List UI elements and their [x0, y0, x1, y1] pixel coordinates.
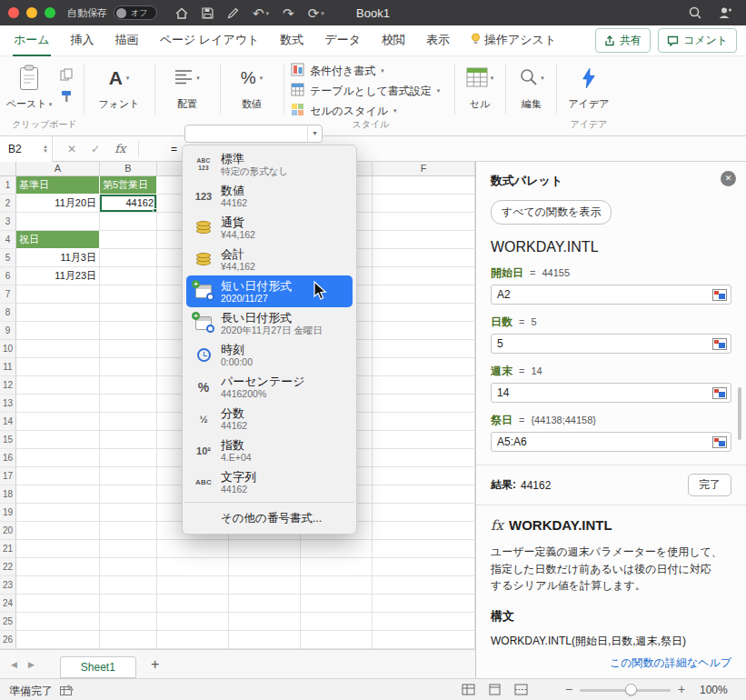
search-icon[interactable] [689, 6, 701, 19]
more-number-formats-item[interactable]: その他の番号書式... [183, 506, 356, 530]
zoom-out-button[interactable]: − [565, 682, 572, 696]
row-header-17[interactable]: 17 [0, 467, 16, 485]
format-item-currency[interactable]: 通貨¥44,162 [186, 212, 353, 244]
cell-A18[interactable] [16, 485, 100, 504]
row-header-24[interactable]: 24 [0, 595, 16, 613]
chevron-down-icon[interactable]: ▾ [307, 125, 322, 142]
cell-A26[interactable] [16, 631, 100, 649]
zoom-slider-knob[interactable] [625, 684, 637, 695]
cell-F18[interactable] [373, 485, 475, 504]
select-all-corner[interactable] [0, 162, 16, 176]
cell-B2[interactable]: 44162 [100, 195, 157, 213]
cell-B11[interactable] [100, 358, 157, 376]
cells-button[interactable]: ▾ セル [460, 62, 500, 111]
edit-icon[interactable] [227, 7, 239, 19]
column-header-B[interactable]: B [100, 162, 157, 176]
zoom-window-button[interactable] [45, 7, 55, 18]
row-header-20[interactable]: 20 [0, 522, 16, 540]
name-box[interactable]: B2 ▲▼ [0, 136, 53, 162]
row-header-5[interactable]: 5 [0, 249, 16, 267]
cell-B22[interactable] [100, 558, 157, 576]
row-header-13[interactable]: 13 [0, 395, 16, 413]
range-selector-icon[interactable] [712, 289, 727, 301]
cell-F4[interactable] [373, 231, 475, 249]
cell-B18[interactable] [100, 485, 157, 504]
cell-F25[interactable] [373, 613, 475, 631]
number-format-button[interactable]: %▾ 数値 [227, 62, 276, 111]
cell-F8[interactable] [373, 304, 475, 322]
row-header-4[interactable]: 4 [0, 231, 16, 249]
function-help-link[interactable]: この関数の詳細なヘルプ [610, 655, 731, 671]
cell-B26[interactable] [100, 631, 157, 649]
editing-button[interactable]: ▾ 編集 [511, 62, 552, 111]
cell-B6[interactable] [100, 267, 157, 285]
cell-A13[interactable] [16, 395, 100, 413]
add-sheet-button[interactable]: + [151, 656, 159, 673]
refresh-icon[interactable]: ⟳▾ [308, 6, 324, 20]
page-break-view-icon[interactable] [514, 684, 528, 699]
cell-D25[interactable] [229, 613, 301, 631]
home-icon[interactable] [175, 7, 188, 19]
row-header-12[interactable]: 12 [0, 376, 16, 395]
cell-A8[interactable] [16, 304, 100, 322]
cell-F10[interactable] [373, 340, 475, 358]
cell-C23[interactable] [157, 576, 229, 595]
cell-F3[interactable] [373, 213, 475, 231]
ideas-button[interactable]: アイデア [563, 62, 614, 111]
cell-F1[interactable] [373, 176, 475, 195]
cell-A23[interactable] [16, 576, 100, 595]
cell-C21[interactable] [157, 540, 229, 558]
cell-A1[interactable]: 基準日 [16, 176, 100, 195]
row-header-14[interactable]: 14 [0, 413, 16, 431]
row-header-26[interactable]: 26 [0, 631, 16, 649]
cell-B24[interactable] [100, 595, 157, 613]
cell-A16[interactable] [16, 449, 100, 467]
cell-B17[interactable] [100, 467, 157, 485]
ribbon-tab-7[interactable]: 表示 [425, 25, 451, 57]
cell-A20[interactable] [16, 522, 100, 540]
ribbon-tab-0[interactable]: ホーム [13, 25, 51, 57]
prev-sheet-icon[interactable]: ◀ [11, 660, 17, 669]
row-header-22[interactable]: 22 [0, 558, 16, 576]
ribbon-tab-5[interactable]: データ [323, 25, 362, 57]
row-header-6[interactable]: 6 [0, 267, 16, 285]
cell-B5[interactable] [100, 249, 157, 267]
cell-A6[interactable]: 11月23日 [16, 267, 100, 285]
format-item-general[interactable]: ABC123標準特定の形式なし [186, 148, 353, 180]
row-header-7[interactable]: 7 [0, 285, 16, 304]
cell-B19[interactable] [100, 504, 157, 522]
cell-B3[interactable] [100, 213, 157, 231]
name-box-spinner[interactable]: ▲▼ [43, 145, 48, 154]
cell-B13[interactable] [100, 395, 157, 413]
scrollbar[interactable] [738, 387, 741, 440]
row-header-25[interactable]: 25 [0, 613, 16, 631]
paste-button[interactable]: ペースト▾ [5, 62, 53, 111]
row-header-21[interactable]: 21 [0, 540, 16, 558]
row-header-9[interactable]: 9 [0, 322, 16, 340]
confirm-icon[interactable]: ✓ [91, 143, 100, 155]
ribbon-tab-8[interactable]: 操作アシスト [470, 25, 557, 57]
cell-B21[interactable] [100, 540, 157, 558]
cell-B9[interactable] [100, 322, 157, 340]
undo-icon[interactable]: ↶▾ [253, 6, 269, 20]
column-header-F[interactable]: F [373, 162, 475, 176]
format-item-fraction[interactable]: ½分数44162 [186, 403, 353, 435]
argument-input[interactable]: 14 [491, 383, 731, 403]
row-header-15[interactable]: 15 [0, 431, 16, 449]
cell-A25[interactable] [16, 613, 100, 631]
cell-E26[interactable] [301, 631, 373, 649]
comments-button[interactable]: コメント [658, 28, 737, 53]
cell-A21[interactable] [16, 540, 100, 558]
cell-F17[interactable] [373, 467, 475, 485]
row-header-1[interactable]: 1 [0, 176, 16, 195]
ribbon-tab-3[interactable]: ページ レイアウト [159, 25, 261, 57]
cell-F22[interactable] [373, 558, 475, 576]
format-item-number[interactable]: 123数値44162 [186, 180, 353, 212]
cell-A12[interactable] [16, 376, 100, 395]
cell-B10[interactable] [100, 340, 157, 358]
format-item-accounting[interactable]: 会計¥44,162 [186, 244, 353, 275]
format-item-time[interactable]: 時刻0:00:00 [186, 339, 353, 371]
cell-E24[interactable] [301, 595, 373, 613]
close-window-button[interactable] [8, 7, 19, 18]
cell-F26[interactable] [373, 631, 475, 649]
